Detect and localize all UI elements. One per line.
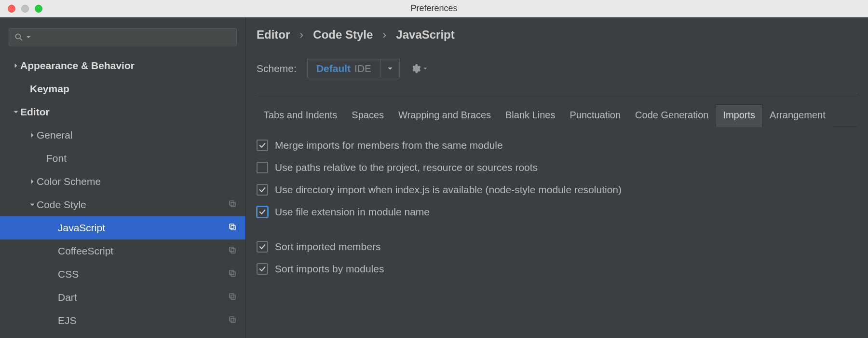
svg-rect-11 [230, 294, 234, 298]
tree-item-javascript[interactable]: JavaScript [0, 216, 245, 239]
breadcrumb-separator: › [299, 28, 303, 42]
settings-tree: Appearance & BehaviorKeymapEditorGeneral… [0, 54, 245, 332]
gear-icon [410, 63, 421, 74]
chevron-down-icon [26, 34, 31, 40]
option-label: Use file extension in module name [275, 206, 430, 218]
checkbox[interactable] [257, 184, 268, 196]
tab-imports[interactable]: Imports [716, 104, 762, 127]
copy-settings-icon[interactable] [228, 222, 237, 234]
search-input[interactable] [9, 28, 237, 46]
option-row[interactable]: Sort imported members [257, 241, 857, 253]
scheme-value: Default IDE [308, 59, 380, 78]
tree-item-label: Editor [20, 106, 237, 118]
scheme-row: Scheme: Default IDE [257, 59, 857, 78]
chevron-down-icon [387, 65, 393, 72]
chevron-down-icon [423, 66, 428, 71]
tree-item-general[interactable]: General [0, 124, 245, 147]
tree-item-label: CoffeeScript [58, 245, 228, 257]
main-panel: Editor › Code Style › JavaScript Scheme:… [246, 17, 868, 338]
tab-tabs-and-indents[interactable]: Tabs and Indents [257, 104, 344, 127]
window-controls [0, 5, 42, 13]
breadcrumb-part: Editor [257, 28, 290, 42]
window-title: Preferences [0, 3, 868, 14]
tree-item-appearance-behavior[interactable]: Appearance & Behavior [0, 54, 245, 77]
svg-rect-9 [230, 270, 234, 275]
chevron-down-icon[interactable] [28, 201, 37, 208]
scheme-actions-button[interactable] [410, 63, 428, 74]
minimize-window-button[interactable] [21, 5, 29, 13]
divider [257, 93, 857, 93]
tree-item-coffeescript[interactable]: CoffeeScript [0, 239, 245, 263]
chevron-right-icon[interactable] [12, 62, 20, 69]
svg-rect-13 [230, 317, 234, 321]
option-row[interactable]: Use file extension in module name [257, 206, 857, 218]
tree-item-label: JavaScript [58, 222, 228, 234]
tree-item-keymap[interactable]: Keymap [0, 77, 245, 100]
checkbox[interactable] [257, 241, 268, 253]
scheme-dropdown-button[interactable] [380, 59, 399, 78]
titlebar: Preferences [0, 0, 868, 17]
search-row [0, 24, 245, 54]
breadcrumb-part: Code Style [313, 28, 373, 42]
option-row[interactable]: Merge imports for members from the same … [257, 140, 857, 151]
sidebar: Appearance & BehaviorKeymapEditorGeneral… [0, 17, 246, 338]
tree-item-font[interactable]: Font [0, 147, 245, 170]
search-icon [14, 32, 24, 42]
copy-settings-icon[interactable] [228, 268, 237, 280]
tree-item-label: Font [46, 153, 237, 164]
option-row[interactable]: Use paths relative to the project, resou… [257, 162, 857, 173]
options-list: Merge imports for members from the same … [257, 127, 857, 275]
chevron-right-icon[interactable] [28, 132, 37, 139]
tree-item-label: Color Scheme [37, 176, 237, 187]
svg-point-0 [15, 34, 20, 39]
svg-rect-4 [231, 225, 235, 230]
tree-item-editor[interactable]: Editor [0, 100, 245, 124]
tree-item-label: Code Style [37, 199, 228, 211]
breadcrumb-separator: › [382, 28, 386, 42]
tab-spaces[interactable]: Spaces [344, 104, 391, 127]
tree-item-label: CSS [58, 268, 228, 280]
chevron-down-icon[interactable] [12, 109, 20, 115]
tabbar: Tabs and IndentsSpacesWrapping and Brace… [257, 104, 857, 127]
tab-punctuation[interactable]: Punctuation [562, 104, 628, 127]
checkbox[interactable] [257, 206, 268, 218]
option-row[interactable]: Use directory import when index.js is av… [257, 184, 857, 196]
checkbox[interactable] [257, 263, 268, 275]
tab-code-generation[interactable]: Code Generation [628, 104, 716, 127]
svg-rect-12 [231, 318, 235, 323]
option-label: Use paths relative to the project, resou… [275, 162, 538, 173]
checkbox[interactable] [257, 162, 268, 173]
svg-rect-2 [231, 202, 235, 207]
option-row[interactable]: Sort imports by modules [257, 263, 857, 275]
svg-line-1 [20, 38, 22, 41]
copy-settings-icon[interactable] [228, 199, 237, 211]
breadcrumb: Editor › Code Style › JavaScript [257, 28, 857, 42]
tree-item-label: Appearance & Behavior [20, 60, 237, 71]
tree-item-label: EJS [58, 315, 228, 326]
option-label: Sort imported members [275, 241, 380, 253]
tree-item-code-style[interactable]: Code Style [0, 193, 245, 216]
scheme-value-primary: Default [316, 63, 351, 74]
tab-blank-lines[interactable]: Blank Lines [498, 104, 562, 127]
scheme-value-secondary: IDE [354, 63, 371, 74]
copy-settings-icon[interactable] [228, 245, 237, 257]
svg-rect-7 [230, 247, 234, 252]
option-label: Merge imports for members from the same … [275, 140, 503, 151]
copy-settings-icon[interactable] [228, 315, 237, 326]
tree-item-ejs[interactable]: EJS [0, 309, 245, 332]
tab-wrapping-and-braces[interactable]: Wrapping and Braces [391, 104, 498, 127]
close-window-button[interactable] [8, 5, 15, 13]
option-label: Sort imports by modules [275, 263, 384, 275]
copy-settings-icon[interactable] [228, 292, 237, 303]
checkbox[interactable] [257, 140, 268, 151]
tab-arrangement[interactable]: Arrangement [762, 104, 833, 127]
svg-rect-6 [231, 249, 235, 253]
scheme-select[interactable]: Default IDE [307, 59, 400, 78]
svg-rect-3 [230, 201, 234, 205]
zoom-window-button[interactable] [35, 5, 42, 13]
tree-item-dart[interactable]: Dart [0, 286, 245, 309]
chevron-right-icon[interactable] [28, 178, 37, 185]
tree-item-label: Keymap [30, 83, 237, 95]
tree-item-color-scheme[interactable]: Color Scheme [0, 170, 245, 193]
tree-item-css[interactable]: CSS [0, 263, 245, 286]
